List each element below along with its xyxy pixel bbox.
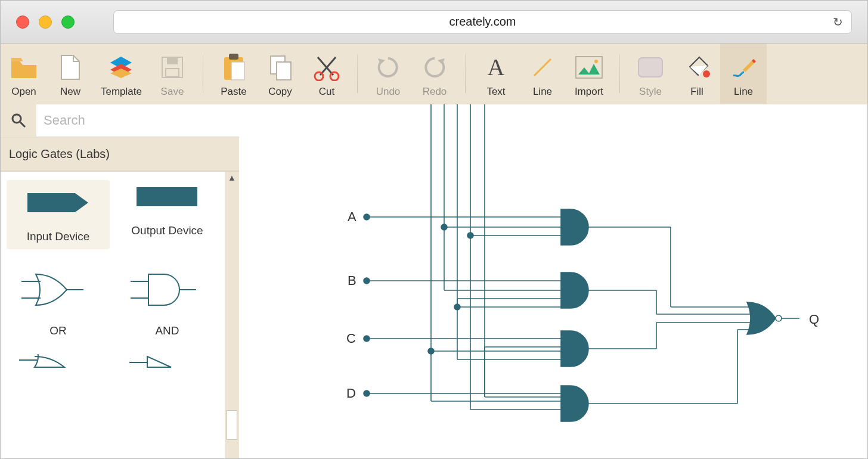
input-label-d: D (346, 386, 356, 401)
shape-and[interactable]: AND (116, 266, 219, 337)
svg-rect-2 (166, 69, 179, 77)
scroll-thumb[interactable] (227, 410, 237, 440)
search-input[interactable] (36, 104, 239, 137)
svg-line-11 (534, 59, 551, 76)
text-label: Text (486, 86, 505, 98)
folder-icon (10, 52, 38, 82)
toolbar-group-file: Open New Template Save (1, 44, 196, 104)
new-label: New (60, 86, 80, 98)
template-label: Template (101, 86, 142, 98)
save-button[interactable]: Save (149, 44, 196, 104)
cut-button[interactable]: Cut (303, 44, 350, 104)
paste-label: Paste (221, 86, 246, 98)
svg-point-8 (315, 72, 323, 80)
toolbar-group-history: Undo Redo (365, 44, 458, 104)
scroll-up-icon[interactable]: ▲ (225, 172, 239, 184)
svg-text:A: A (488, 55, 505, 80)
svg-point-9 (330, 72, 339, 80)
svg-rect-5 (231, 62, 244, 80)
text-icon: A (484, 52, 508, 82)
svg-line-17 (20, 122, 25, 127)
redo-icon (422, 52, 447, 82)
redo-button[interactable]: Redo (411, 44, 458, 104)
output-label: Q (809, 312, 819, 327)
copy-button[interactable]: Copy (257, 44, 303, 104)
line-label: Line (533, 86, 552, 98)
template-button[interactable]: Template (94, 44, 149, 104)
shape-label: Input Device (27, 230, 90, 243)
svg-rect-14 (638, 58, 662, 77)
input-label-b: B (348, 273, 356, 288)
scissors-icon (313, 52, 340, 82)
cut-label: Cut (319, 86, 334, 98)
undo-button[interactable]: Undo (365, 44, 411, 104)
undo-label: Undo (376, 86, 401, 98)
app-window: creately.com ↻ Open New Tem (0, 0, 868, 459)
line-button[interactable]: Line (519, 44, 566, 104)
toolbar-separator (357, 54, 358, 93)
sidebar: Logic Gates (Labs) Input Device Output D… (1, 104, 239, 458)
toolbar-separator (619, 54, 620, 93)
browser-titlebar: creately.com ↻ (1, 1, 867, 44)
input-label-a: A (348, 209, 356, 224)
svg-rect-4 (229, 54, 238, 60)
svg-point-15 (703, 70, 710, 77)
input-label-c: C (346, 331, 356, 346)
app-toolbar: Open New Template Save (1, 44, 867, 104)
shape-input-device[interactable]: Input Device (7, 180, 110, 249)
image-icon (575, 52, 603, 82)
undo-icon (376, 52, 401, 82)
linetool-button[interactable]: Line (720, 44, 767, 104)
sidebar-section-header[interactable]: Logic Gates (Labs) (1, 138, 239, 172)
paste-button[interactable]: Paste (210, 44, 257, 104)
pencil-icon (730, 52, 757, 82)
and-gate-icon (126, 266, 209, 314)
maximize-window-icon[interactable] (61, 15, 75, 29)
shape-label: Output Device (131, 224, 203, 237)
text-button[interactable]: A Text (473, 44, 519, 104)
toolbar-group-edit: Paste Copy Cut (210, 44, 350, 104)
shape-extra-1[interactable] (7, 354, 110, 378)
svg-point-16 (13, 114, 21, 123)
fill-label: Fill (690, 86, 703, 98)
svg-point-73 (776, 315, 782, 321)
app-body: Logic Gates (Labs) Input Device Output D… (1, 104, 867, 458)
gate-icon (126, 354, 209, 378)
reload-icon[interactable]: ↻ (833, 15, 843, 29)
input-device-icon (23, 186, 94, 219)
toolbar-group-format: Style Fill Line (627, 44, 767, 104)
shape-or[interactable]: OR (7, 266, 110, 337)
scroll-track[interactable] (227, 184, 237, 446)
window-controls (16, 15, 75, 29)
sidebar-scrollbar[interactable]: ▲ (225, 172, 239, 458)
svg-rect-12 (576, 57, 602, 78)
sidebar-search (1, 104, 239, 138)
canvas[interactable]: A B C D (239, 104, 867, 458)
save-label: Save (161, 86, 184, 98)
fill-button[interactable]: Fill (674, 44, 720, 104)
copy-label: Copy (268, 86, 292, 98)
new-button[interactable]: New (47, 44, 94, 104)
open-label: Open (11, 86, 36, 98)
shape-output-device[interactable]: Output Device (116, 180, 219, 249)
shape-extra-2[interactable] (116, 354, 219, 378)
copy-icon (268, 52, 292, 82)
file-icon (60, 52, 80, 82)
output-device-icon (132, 180, 203, 213)
svg-rect-7 (277, 62, 291, 80)
style-label: Style (639, 86, 662, 98)
shape-panel: Input Device Output Device (1, 172, 239, 458)
clipboard-icon (222, 52, 246, 82)
open-button[interactable]: Open (1, 44, 47, 104)
close-window-icon[interactable] (16, 15, 29, 29)
style-icon (637, 52, 664, 82)
style-button[interactable]: Style (627, 44, 674, 104)
address-url: creately.com (450, 15, 516, 29)
import-button[interactable]: Import (566, 44, 612, 104)
svg-rect-18 (137, 187, 197, 206)
line-icon (531, 52, 554, 82)
minimize-window-icon[interactable] (39, 15, 52, 29)
toolbar-separator (465, 54, 466, 93)
circuit-diagram: A B C D (239, 104, 868, 459)
address-bar[interactable]: creately.com ↻ (113, 10, 852, 34)
